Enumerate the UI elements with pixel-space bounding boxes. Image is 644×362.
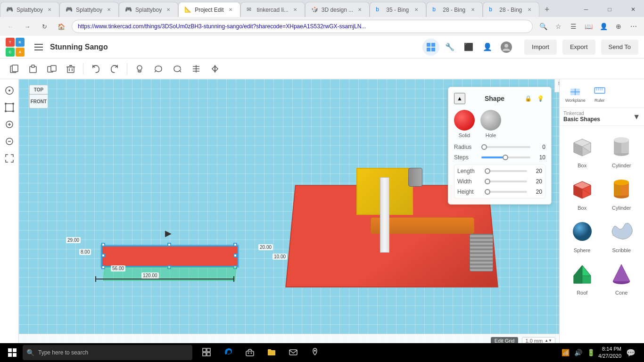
taskbar-app-taskview[interactable] — [196, 343, 217, 362]
taskbar-app-mail[interactable] — [283, 343, 304, 362]
tab-close-8[interactable]: ✕ — [469, 6, 477, 14]
tab-bing-2[interactable]: b 28 - Bing ✕ — [426, 2, 483, 17]
lock-icon[interactable]: 🔒 — [524, 94, 533, 103]
import-button[interactable]: Import — [524, 40, 557, 55]
light-bulb-button[interactable] — [131, 60, 148, 77]
taskbar-search-bar[interactable]: 🔍 Type here to search — [23, 345, 192, 360]
tab-bing-3[interactable]: b 28 - Bing ✕ — [483, 2, 539, 17]
prop-width-slider[interactable] — [485, 181, 527, 182]
tab-splattyboy-2[interactable]: 🎮 Splattyboy ✕ — [59, 2, 119, 17]
home-button[interactable]: 🏠 — [55, 20, 68, 33]
close-button[interactable]: ✕ — [622, 2, 644, 17]
bookmark-icon[interactable]: ☰ — [567, 20, 580, 33]
tab-splattyboy-1[interactable]: 🎮 Splattyboy ✕ — [0, 2, 59, 17]
back-button[interactable]: ← — [4, 20, 17, 33]
start-button[interactable] — [2, 343, 23, 362]
profile-icon[interactable]: 👤 — [597, 20, 610, 33]
paste-button[interactable] — [25, 60, 41, 77]
cube-navigator[interactable]: TOP FRONT — [25, 85, 58, 118]
refresh-button[interactable]: ↻ — [38, 20, 51, 33]
category-selector[interactable]: Tinkercad Basic Shapes ▼ — [560, 108, 644, 126]
handle-tr[interactable] — [233, 243, 237, 247]
taskbar-app-store[interactable] — [239, 343, 260, 362]
zoom-in-button[interactable] — [2, 117, 17, 132]
grid-view-icon[interactable] — [422, 39, 439, 56]
url-input[interactable] — [72, 20, 533, 33]
tab-close-6[interactable]: ✕ — [356, 6, 363, 14]
tab-3ddesign[interactable]: 🎲 3D design ... ✕ — [305, 2, 370, 17]
shape-item-roof[interactable]: Roof — [563, 257, 601, 297]
height-thumb[interactable] — [485, 189, 490, 195]
notification-button[interactable]: 💬 — [623, 343, 638, 362]
menu-icon[interactable]: ⋯ — [627, 20, 640, 33]
cube-front-face[interactable]: FRONT — [29, 94, 48, 108]
mirror-button[interactable] — [206, 60, 223, 77]
network-icon[interactable]: 📶 — [560, 349, 571, 356]
export-button[interactable]: Export — [562, 40, 595, 55]
handle-tm[interactable] — [167, 243, 171, 247]
delete-button[interactable] — [62, 60, 79, 77]
tab-close-7[interactable]: ✕ — [413, 6, 420, 14]
align-button[interactable] — [188, 60, 205, 77]
new-tab-button[interactable]: + — [539, 2, 554, 17]
cube-top-face[interactable]: TOP — [29, 85, 48, 94]
duplicate-button[interactable] — [43, 60, 60, 77]
tab-close-5[interactable]: ✕ — [291, 6, 299, 14]
taskbar-app-explorer[interactable] — [261, 343, 282, 362]
send-to-button[interactable]: Send To — [601, 40, 638, 55]
taskbar-clock[interactable]: 8:14 PM 4/27/2020 — [598, 346, 621, 360]
help-icon[interactable]: 💡 — [536, 94, 545, 103]
tab-bing-1[interactable]: b 35 - Bing ✕ — [370, 2, 426, 17]
grid-size-arrows[interactable]: ▲▼ — [545, 339, 552, 343]
redo-button[interactable] — [106, 60, 123, 77]
undo2-button[interactable] — [150, 60, 167, 77]
hole-button[interactable]: Hole — [480, 110, 501, 138]
tab-tinkercad[interactable]: ✉ tinkercad li... ✕ — [240, 2, 305, 17]
zoom-out-button[interactable] — [2, 134, 17, 149]
tab-splattyboy-3[interactable]: 🎮 Splattyboy ✕ — [119, 2, 178, 17]
tab-close-3[interactable]: ✕ — [165, 6, 172, 14]
shape-item-sphere-blue[interactable]: Sphere — [563, 214, 601, 255]
redo2-button[interactable] — [169, 60, 186, 77]
handle-ml[interactable] — [101, 254, 105, 257]
user-avatar[interactable] — [498, 39, 515, 56]
shape-panel-collapse-button[interactable]: ▲ — [454, 93, 465, 104]
tab-close-2[interactable]: ✕ — [105, 6, 113, 14]
prop-height-slider[interactable] — [485, 191, 527, 193]
prop-steps-slider[interactable] — [481, 156, 530, 158]
shape-item-scribble[interactable]: Scribble — [603, 214, 641, 255]
zoom-icon[interactable]: 🔍 — [537, 20, 550, 33]
steps-thumb[interactable] — [503, 155, 508, 160]
copy-button[interactable] — [6, 60, 23, 77]
length-thumb[interactable] — [485, 168, 490, 174]
ruler-button[interactable]: Ruler — [589, 81, 610, 106]
radius-thumb[interactable] — [481, 144, 487, 150]
volume-icon[interactable]: 🔊 — [573, 349, 584, 356]
red-bar-selected[interactable] — [101, 246, 238, 267]
width-thumb[interactable] — [485, 179, 490, 184]
solid-button[interactable]: Solid — [454, 110, 475, 138]
chevron-right-button[interactable]: › — [554, 79, 559, 92]
build-icon[interactable]: 🔧 — [441, 39, 458, 56]
tab-close-4[interactable]: ✕ — [227, 6, 234, 14]
fit-view-button[interactable] — [2, 151, 17, 166]
handle-mr[interactable] — [233, 254, 237, 257]
viewport[interactable]: TOP FRONT — [19, 79, 559, 347]
sim-icon[interactable]: ⬛ — [460, 39, 477, 56]
select-button[interactable] — [2, 100, 17, 115]
tab-close-9[interactable]: ✕ — [526, 6, 533, 14]
taskbar-app-edge[interactable] — [218, 343, 239, 362]
hamburger-button[interactable] — [31, 40, 46, 55]
tinkercad-logo[interactable]: T K C A — [6, 38, 25, 57]
workplane-button[interactable]: Workplane — [561, 81, 589, 106]
home-view-button[interactable] — [2, 83, 17, 98]
extensions-icon[interactable]: ⊕ — [612, 20, 625, 33]
shape-item-box-red[interactable]: Box — [563, 172, 601, 213]
user-add-icon[interactable]: 👤 — [479, 39, 496, 56]
undo-button[interactable] — [87, 60, 104, 77]
prop-radius-slider[interactable] — [481, 146, 530, 148]
shape-item-box-gray[interactable]: Box — [563, 130, 601, 170]
minimize-button[interactable]: ─ — [575, 2, 597, 17]
maximize-button[interactable]: □ — [599, 2, 620, 17]
star-icon[interactable]: ☆ — [552, 20, 565, 33]
